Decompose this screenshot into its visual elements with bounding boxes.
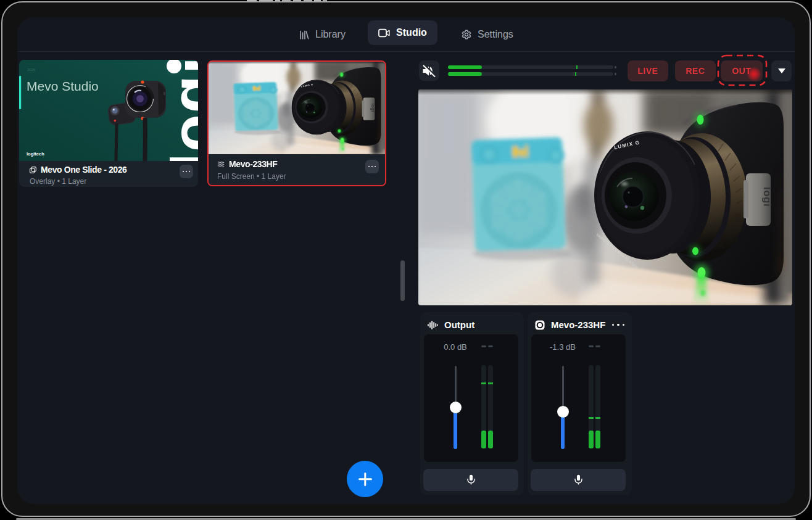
- svg-text:Mevo Studio: Mevo Studio: [27, 79, 99, 93]
- svg-text:2026: 2026: [27, 68, 36, 72]
- svg-text:logi: logi: [761, 187, 773, 207]
- svg-text:logi: logi: [370, 104, 376, 112]
- svg-text:logitech: logitech: [27, 151, 44, 157]
